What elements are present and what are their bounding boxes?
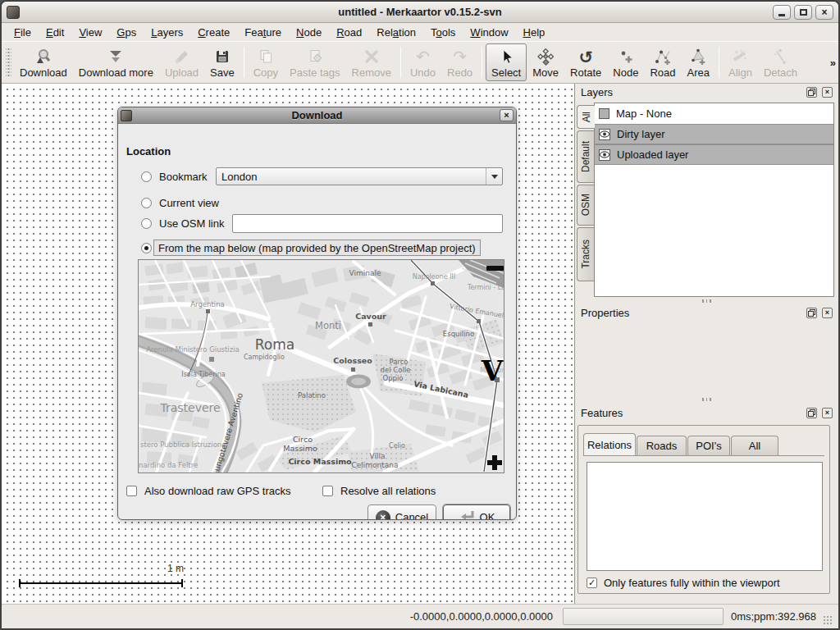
menu-feature[interactable]: Feature [237,25,289,40]
menu-edit[interactable]: Edit [39,25,71,40]
from-map-radio-label[interactable]: From the map below (map provided by the … [153,240,481,256]
resolve-relations-checkbox[interactable] [322,486,333,496]
area-button[interactable]: Area [682,43,715,81]
from-map-radio[interactable] [141,243,152,253]
menu-window[interactable]: Window [463,25,515,40]
dialog-body: Location Bookmark London Current view Us… [118,124,516,520]
features-tab-pois[interactable]: POI's [687,436,730,455]
features-box: Relations Roads POI's All ✓ Only feature… [578,425,830,594]
layers-panel-header: Layers × [575,84,838,100]
save-button[interactable]: Save [204,43,240,81]
menu-help[interactable]: Help [516,25,553,40]
layer-row-dirty[interactable]: Dirty layer [595,124,833,144]
menu-gps[interactable]: Gps [109,25,144,40]
osm-link-radio[interactable] [141,218,152,229]
resize-grip[interactable] [823,615,833,626]
zoom-out-icon[interactable] [486,266,504,271]
download-icon [34,47,52,66]
rotate-button[interactable]: ↺ Rotate [564,43,607,81]
menu-view[interactable]: View [71,25,109,40]
features-tab-relations[interactable]: Relations [583,433,636,455]
statusbar: -0.0000,0.0000,0.0000,0.0000 0ms;ppm:392… [2,604,838,628]
layers-tab-all[interactable]: All [577,105,595,129]
layer-visibility-checkbox[interactable] [599,108,609,119]
upload-button[interactable]: Upload [159,43,204,81]
toolbar-overflow-button[interactable]: » [830,57,836,69]
dialog-close-button[interactable]: × [500,109,514,121]
layer-row-map-none[interactable]: Map - None [595,103,833,124]
select-button[interactable]: Select [486,43,527,81]
copy-button[interactable]: Copy [248,43,284,81]
map-label: Massimo [283,444,317,453]
menu-road[interactable]: Road [329,25,369,40]
chevron-down-icon[interactable] [486,168,502,185]
detach-button[interactable]: Detach [758,43,803,81]
properties-panel-title: Properties [581,307,629,319]
layers-panel-title: Layers [581,86,613,98]
layers-float-button[interactable] [806,87,817,98]
map-canvas[interactable]: 1 m Download × Location Bookmark London [2,84,574,604]
copy-icon [257,47,275,66]
layers-tabbar: All Default OSM Tracks [577,104,594,299]
download-dialog-titlebar[interactable]: Download × [118,107,516,124]
menu-relation[interactable]: Relation [369,25,423,40]
node-button[interactable]: Node [607,43,644,81]
ok-button[interactable]: OK [443,504,510,520]
bookmark-combobox[interactable]: London [216,167,503,185]
menu-create[interactable]: Create [190,25,237,40]
download-button[interactable]: Download [14,43,73,81]
maximize-icon [800,9,807,16]
properties-features-splitter[interactable] [575,396,838,402]
layer-row-uploaded[interactable]: Uploaded layer [595,144,833,165]
menu-tools[interactable]: Tools [423,25,463,40]
close-button[interactable]: × [815,5,833,20]
move-button[interactable]: Move [527,43,564,81]
redo-button[interactable]: ↷ Redo [441,43,478,81]
layers-tab-default[interactable]: Default [577,130,594,183]
toolbar-separator [482,47,482,78]
layers-tab-tracks[interactable]: Tracks [577,227,594,281]
features-list[interactable] [587,462,823,571]
menu-node[interactable]: Node [289,25,329,40]
features-tab-all[interactable]: All [731,436,778,455]
scalebar [19,582,183,584]
eye-icon[interactable] [599,129,610,140]
cancel-button[interactable]: × Cancel [368,504,436,520]
map-preview-image: Argentina Arenula Ministero Giustizia Ro… [139,260,504,472]
map-label: Colosseo [333,356,372,365]
osm-link-input[interactable] [232,214,503,233]
maximize-button[interactable] [794,5,812,20]
road-button[interactable]: Road [644,43,681,81]
menu-layers[interactable]: Layers [144,25,190,40]
remove-button[interactable]: Remove [346,43,397,81]
minimize-button[interactable] [773,5,791,20]
menu-file[interactable]: File [7,25,39,40]
features-close-button[interactable]: × [822,408,833,418]
layers-tab-osm[interactable]: OSM [577,185,594,226]
properties-close-button[interactable]: × [822,308,833,318]
current-view-radio[interactable] [141,198,152,208]
gps-tracks-checkbox[interactable] [126,486,137,496]
properties-float-button[interactable] [806,308,817,318]
layers-properties-splitter[interactable] [575,298,838,304]
redo-icon: ↷ [453,47,467,66]
undo-button[interactable]: ↶ Undo [404,43,441,81]
toolbar-separator [400,47,401,78]
viewport-filter-checkbox[interactable]: ✓ [587,578,597,588]
features-float-button[interactable] [806,408,817,418]
map-label: Circo Massimo [288,457,352,466]
titlebar[interactable]: untitled - Merkaartor v0.15.2-svn × [2,2,838,23]
align-button[interactable]: Align [723,43,758,81]
bookmark-radio[interactable] [141,171,152,182]
map-label: Oppio [382,374,403,382]
statusbar-performance: 0ms;ppm:392.968 [731,610,816,623]
map-preview[interactable]: Argentina Arenula Ministero Giustizia Ro… [138,259,504,473]
paste-tags-button[interactable]: Paste tags [284,43,345,81]
features-tab-roads[interactable]: Roads [637,436,687,455]
toolbar-drag-handle[interactable] [6,48,11,76]
map-label: Viminale [349,269,381,277]
dialog-title: Download [118,109,516,121]
layers-close-button[interactable]: × [822,87,833,98]
download-more-button[interactable]: Download more [73,43,159,81]
eye-icon[interactable] [599,149,610,161]
